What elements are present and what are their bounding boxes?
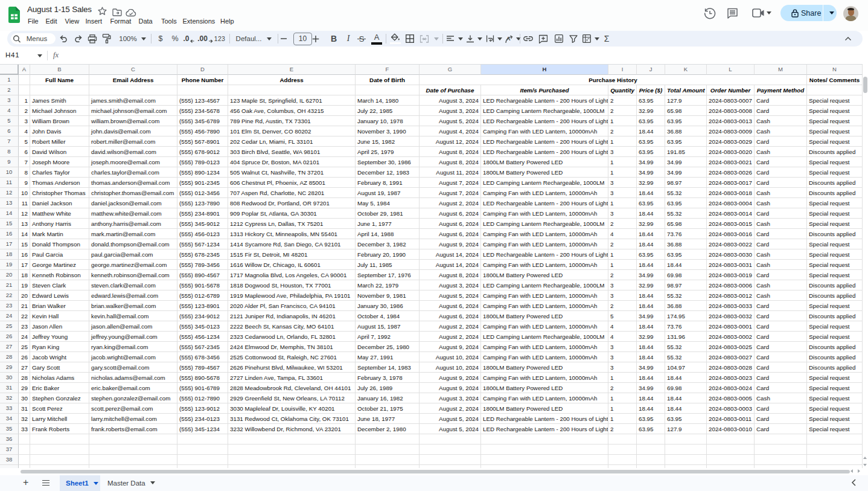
- svg-text:A: A: [506, 36, 511, 42]
